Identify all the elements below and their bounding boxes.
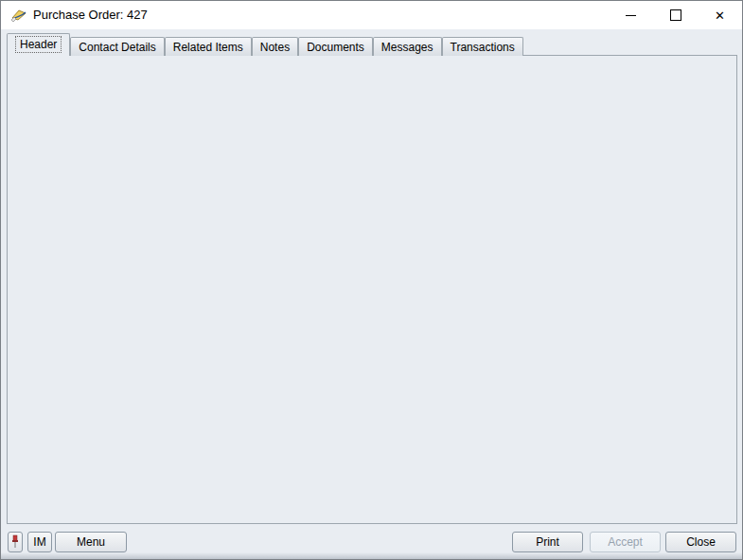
tab-header[interactable]: Header	[7, 33, 70, 56]
tab-documents-label: Documents	[307, 41, 364, 54]
minimize-icon	[626, 15, 636, 16]
tab-notes[interactable]: Notes	[252, 37, 298, 56]
title-bar: Purchase Order: 427 ✕	[1, 1, 742, 29]
tab-header-label: Header	[15, 36, 62, 53]
close-window-button[interactable]: ✕	[698, 1, 742, 29]
tab-transactions-label: Transactions	[451, 41, 515, 54]
pin-button[interactable]	[8, 532, 23, 552]
menu-button[interactable]: Menu	[55, 532, 127, 552]
window-icon	[10, 8, 27, 23]
maximize-icon	[670, 9, 681, 21]
tab-transactions[interactable]: Transactions	[442, 37, 523, 56]
window-title: Purchase Order: 427	[33, 8, 148, 22]
minimize-button[interactable]	[609, 1, 653, 29]
accept-button[interactable]: Accept	[590, 532, 661, 552]
tab-related-items-label: Related Items	[173, 41, 243, 54]
tab-messages-label: Messages	[381, 41, 433, 54]
tab-related-items[interactable]: Related Items	[165, 37, 252, 56]
im-button-label: IM	[33, 535, 45, 549]
print-button-label: Print	[536, 535, 559, 549]
im-button[interactable]: IM	[27, 532, 52, 552]
tab-contact-details-label: Contact Details	[79, 41, 155, 54]
maximize-button[interactable]	[653, 1, 698, 29]
pin-icon	[10, 534, 20, 550]
window-bottom-edge	[1, 552, 742, 559]
tab-contact-details[interactable]: Contact Details	[70, 37, 164, 56]
print-button[interactable]: Print	[512, 532, 583, 552]
tab-messages[interactable]: Messages	[373, 37, 442, 56]
accept-button-label: Accept	[608, 535, 643, 549]
menu-button-label: Menu	[77, 535, 105, 549]
tab-documents[interactable]: Documents	[298, 37, 373, 56]
purchase-order-window: Purchase Order: 427 ✕ Header Contact Det…	[0, 0, 743, 560]
close-button[interactable]: Close	[665, 532, 736, 552]
close-icon: ✕	[715, 9, 725, 22]
tab-page-panel	[7, 55, 737, 524]
close-button-label: Close	[686, 535, 716, 549]
tab-notes-label: Notes	[260, 41, 290, 54]
tab-strip: Header Contact Details Related Items Not…	[7, 33, 523, 56]
